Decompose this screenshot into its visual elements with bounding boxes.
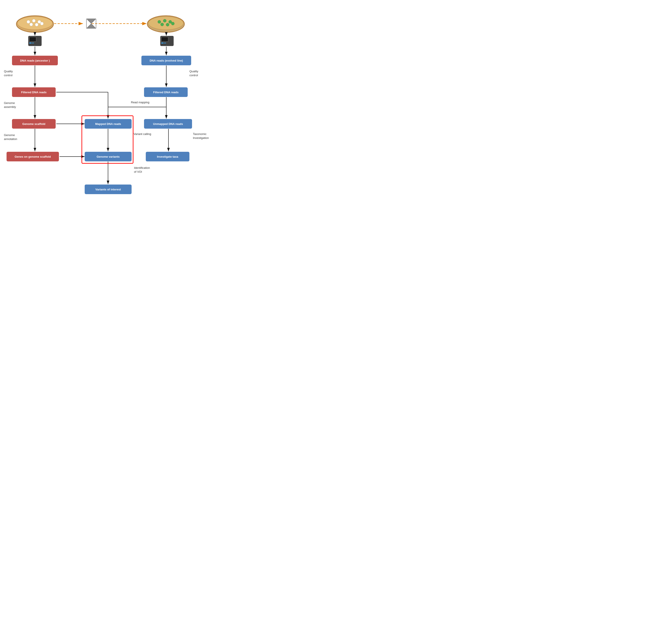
svg-point-12 <box>148 17 183 30</box>
svg-point-10 <box>16 16 53 32</box>
svg-rect-34 <box>164 43 166 43</box>
dna-evolved-box: DNA reads (evolved line) <box>141 56 191 65</box>
svg-point-11 <box>147 16 185 32</box>
svg-marker-23 <box>87 24 96 28</box>
read-mapping-label: Read mapping <box>131 100 149 105</box>
svg-rect-30 <box>161 36 173 46</box>
filtered-evolved-box: Filtered DNA reads <box>144 87 188 97</box>
genome-annotation-label: Genomeannotation <box>4 133 17 141</box>
svg-rect-33 <box>161 43 164 43</box>
svg-point-9 <box>40 22 43 25</box>
svg-rect-24 <box>87 19 96 28</box>
svg-point-4 <box>27 20 30 23</box>
mapped-reads-box: Mapped DNA reads <box>85 119 131 129</box>
qc-right-label: Qualitycontrol <box>189 69 198 77</box>
svg-point-19 <box>147 16 185 32</box>
svg-rect-29 <box>32 43 34 43</box>
investigate-taxa-box: Investigate taxa <box>146 152 189 161</box>
svg-rect-26 <box>29 37 36 42</box>
svg-point-6 <box>38 20 41 23</box>
svg-point-15 <box>169 20 172 23</box>
workflow-diagram: DNA reads (ancestor ) Filtered DNA reads… <box>0 0 218 214</box>
svg-point-2 <box>16 16 53 32</box>
svg-point-18 <box>171 22 174 25</box>
svg-rect-31 <box>161 37 168 42</box>
svg-rect-28 <box>29 43 31 43</box>
filtered-ancestor-box: Filtered DNA reads <box>12 87 56 97</box>
svg-rect-25 <box>28 36 42 46</box>
dna-ancestor-box: DNA reads (ancestor ) <box>12 56 58 65</box>
genes-genome-box: Genes on genome scaffold <box>6 152 59 161</box>
unmapped-reads-box: Unmapped DNA reads <box>144 119 192 129</box>
svg-point-8 <box>35 23 38 26</box>
genome-assembly-label: Genomeassembly <box>4 101 16 109</box>
genome-scaffold-box: Genome scaffold <box>12 119 56 129</box>
variant-calling-label: Variant calling <box>134 132 151 136</box>
svg-marker-22 <box>87 19 96 24</box>
svg-point-14 <box>163 19 166 22</box>
variants-interest-box: Variants of interest <box>85 185 131 194</box>
svg-rect-27 <box>29 37 36 42</box>
svg-rect-32 <box>162 37 168 42</box>
svg-point-17 <box>166 23 169 26</box>
svg-point-13 <box>158 20 161 23</box>
svg-point-7 <box>30 23 33 26</box>
svg-point-16 <box>161 23 164 26</box>
svg-point-5 <box>32 19 35 22</box>
taxonomic-label: TaxonomicInvestigation <box>193 132 209 140</box>
id-voi-label: Identificationof VOI <box>134 166 150 174</box>
svg-point-3 <box>18 17 52 30</box>
qc-left-label: Qualitycontrol <box>4 69 13 77</box>
genome-variants-box: Genome variants <box>85 152 131 161</box>
